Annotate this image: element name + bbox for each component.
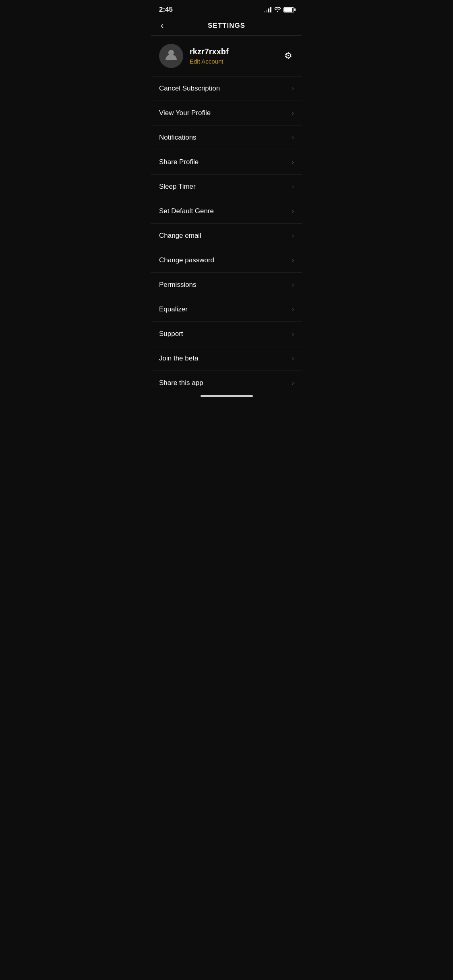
profile-edit-label[interactable]: Edit Account bbox=[190, 58, 276, 65]
chevron-right-icon: › bbox=[292, 232, 294, 239]
menu-item-equalizer[interactable]: Equalizer › bbox=[151, 297, 302, 322]
menu-item-join-beta[interactable]: Join the beta › bbox=[151, 346, 302, 371]
menu-item-label: Support bbox=[159, 330, 183, 338]
menu-item-change-password[interactable]: Change password › bbox=[151, 248, 302, 273]
chevron-right-icon: › bbox=[292, 208, 294, 215]
menu-item-label: Cancel Subscription bbox=[159, 84, 220, 93]
menu-item-label: Equalizer bbox=[159, 305, 188, 313]
chevron-right-icon: › bbox=[292, 85, 294, 92]
nav-bar: ‹ SETTINGS bbox=[151, 18, 302, 35]
gear-button[interactable]: ⚙ bbox=[283, 49, 294, 63]
home-indicator bbox=[201, 395, 253, 397]
avatar-icon bbox=[164, 47, 178, 65]
menu-item-label: View Your Profile bbox=[159, 109, 211, 117]
menu-item-notifications[interactable]: Notifications › bbox=[151, 126, 302, 150]
signal-icon bbox=[264, 7, 271, 12]
menu-item-label: Set Default Genre bbox=[159, 207, 214, 215]
battery-icon bbox=[283, 7, 294, 12]
menu-item-label: Sleep Timer bbox=[159, 183, 196, 191]
menu-item-view-profile[interactable]: View Your Profile › bbox=[151, 101, 302, 126]
chevron-right-icon: › bbox=[292, 183, 294, 190]
chevron-right-icon: › bbox=[292, 159, 294, 166]
wifi-icon bbox=[274, 6, 281, 13]
menu-item-label: Share this app bbox=[159, 379, 203, 387]
menu-item-label: Permissions bbox=[159, 281, 197, 289]
menu-item-default-genre[interactable]: Set Default Genre › bbox=[151, 199, 302, 224]
menu-item-permissions[interactable]: Permissions › bbox=[151, 273, 302, 297]
chevron-right-icon: › bbox=[292, 134, 294, 141]
menu-item-support[interactable]: Support › bbox=[151, 322, 302, 346]
profile-section[interactable]: rkzr7rxxbf Edit Account ⚙ bbox=[151, 36, 302, 76]
chevron-right-icon: › bbox=[292, 306, 294, 313]
profile-info: rkzr7rxxbf Edit Account bbox=[190, 47, 276, 65]
menu-item-label: Change password bbox=[159, 256, 214, 264]
chevron-right-icon: › bbox=[292, 109, 294, 117]
back-button[interactable]: ‹ bbox=[159, 20, 165, 32]
menu-list: Cancel Subscription › View Your Profile … bbox=[151, 76, 302, 371]
status-time: 2:45 bbox=[159, 6, 173, 14]
status-icons bbox=[264, 6, 294, 13]
page-title: SETTINGS bbox=[208, 22, 245, 30]
avatar bbox=[159, 44, 183, 68]
profile-username: rkzr7rxxbf bbox=[190, 47, 276, 56]
chevron-right-icon: › bbox=[292, 379, 294, 387]
chevron-right-icon: › bbox=[292, 355, 294, 362]
chevron-right-icon: › bbox=[292, 281, 294, 288]
chevron-right-icon: › bbox=[292, 330, 294, 338]
chevron-right-icon: › bbox=[292, 257, 294, 264]
menu-item-sleep-timer[interactable]: Sleep Timer › bbox=[151, 175, 302, 199]
menu-item-share-app[interactable]: Share this app › bbox=[151, 371, 302, 391]
menu-item-label: Notifications bbox=[159, 134, 197, 142]
bottom-bar bbox=[151, 391, 302, 400]
menu-item-share-profile[interactable]: Share Profile › bbox=[151, 150, 302, 175]
menu-item-change-email[interactable]: Change email › bbox=[151, 224, 302, 248]
menu-item-label: Join the beta bbox=[159, 354, 198, 362]
status-bar: 2:45 bbox=[151, 0, 302, 18]
menu-item-label: Share Profile bbox=[159, 158, 199, 166]
menu-item-cancel-subscription[interactable]: Cancel Subscription › bbox=[151, 76, 302, 101]
menu-item-label: Change email bbox=[159, 232, 201, 240]
